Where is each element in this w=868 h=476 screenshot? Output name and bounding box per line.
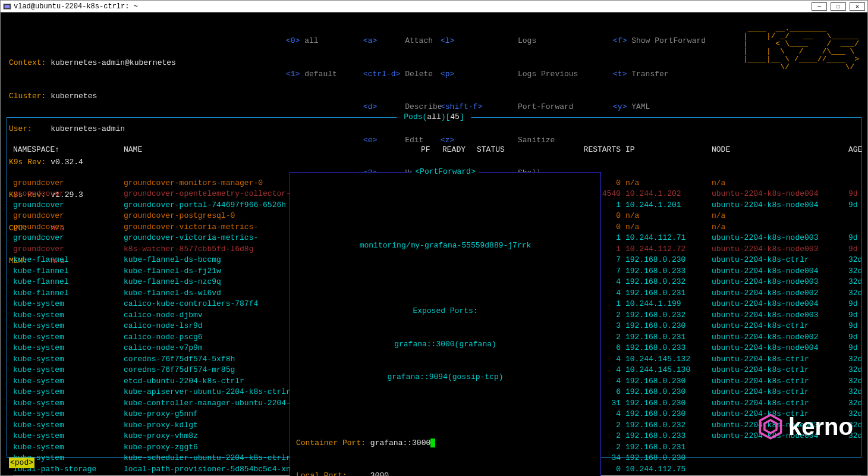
putty-icon (3, 2, 11, 11)
portforward-dialog: <PortForward> monitoring/my-grafana-5555… (290, 172, 601, 476)
container-port-input[interactable]: grafana::3000 (370, 439, 430, 447)
exposed-port-0: grafana::3000(grafana) (296, 339, 595, 350)
cursor (430, 439, 435, 447)
table-header: NAMESPACE↑ NAME PF READY STATUS RESTARTS… (13, 145, 861, 156)
close-button[interactable]: ✕ (850, 2, 865, 11)
kerno-logo: kerno (757, 414, 853, 440)
window-title: vlad@ubuntu-2204-k8s-ctrlr: ~ (14, 2, 812, 11)
cluster-value: kubernetes (51, 92, 97, 101)
dialog-title: <PortForward> (411, 167, 479, 178)
local-port-input[interactable]: 3000 (370, 471, 389, 476)
maximize-button[interactable]: ☐ (831, 2, 846, 11)
minimize-button[interactable]: — (812, 2, 827, 11)
k9s-ascii-logo: ____ __.________ | |/ _/ __ \______ | < … (743, 24, 859, 71)
kerno-icon (757, 414, 784, 440)
svg-marker-2 (760, 415, 781, 439)
svg-rect-1 (5, 5, 10, 8)
exposed-port-1: grafana::9094(gossip-tcp) (296, 372, 595, 383)
breadcrumb-pod: <pod> (9, 458, 34, 469)
dialog-subtitle: monitoring/my-grafana-55559d889-j7rrk (296, 240, 595, 252)
context-label: Context: (9, 58, 46, 69)
exposed-ports-label: Exposed Ports: (296, 306, 595, 317)
terminal[interactable]: Context: kubernetes-admin@kubernetes Clu… (1, 12, 867, 475)
cluster-label: Cluster: (9, 91, 46, 102)
panel-title: Pods(all)[45] (397, 112, 471, 123)
context-value: kubernetes-admin@kubernetes (51, 58, 176, 67)
container-port-label: Container Port: (296, 439, 366, 447)
svg-marker-3 (765, 420, 776, 433)
local-port-label: Local Port: (296, 471, 347, 476)
